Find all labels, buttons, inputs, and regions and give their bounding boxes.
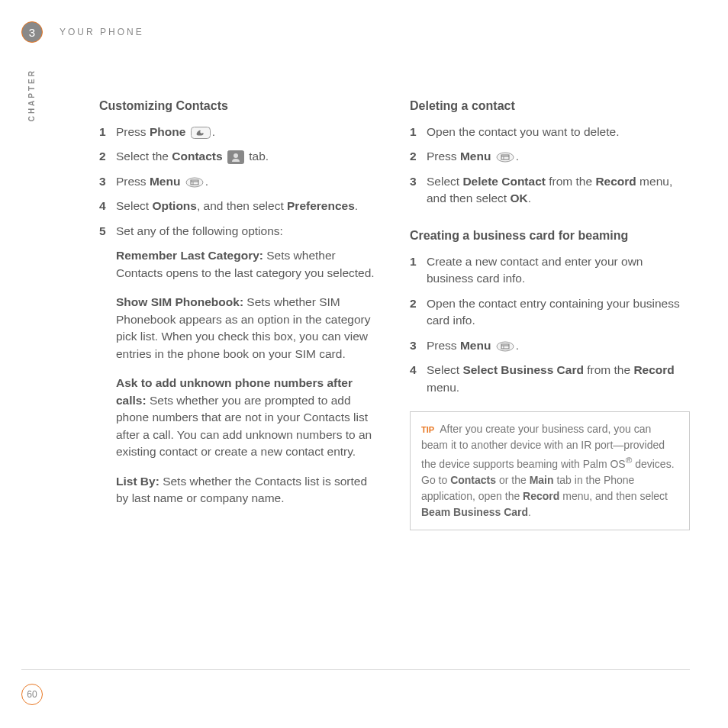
option-remember-last-category: Remember Last Category: Sets whether Con… — [116, 247, 379, 282]
contacts-tab-icon — [227, 150, 244, 164]
svg-rect-0 — [191, 127, 210, 138]
option-ask-unknown-numbers: Ask to add unknown phone numbers after c… — [116, 375, 379, 460]
left-column: Customizing Contacts 1 Press Phone . 2 S… — [99, 99, 379, 530]
text: Select the — [116, 150, 172, 163]
step-number: 3 — [410, 337, 427, 354]
text: . — [212, 125, 215, 138]
bold-text: Record — [633, 363, 674, 376]
text: . — [528, 192, 531, 205]
step-number: 2 — [99, 148, 116, 165]
right-column: Deleting a contact 1 Open the contact yo… — [410, 99, 690, 530]
registered-mark: ® — [626, 455, 633, 465]
header-section-title: YOUR PHONE — [60, 27, 144, 37]
page-footer: 60 — [21, 669, 690, 705]
option-list-by: List By: Sets whether the Contacts list … — [116, 473, 379, 507]
step-text: Press Menu . — [116, 173, 379, 190]
page-number: 60 — [21, 684, 43, 705]
delete-step-3: 3 Select Delete Contact from the Record … — [410, 173, 690, 208]
text: from the — [584, 363, 633, 376]
text — [185, 125, 188, 138]
bold-text: Menu — [460, 339, 491, 352]
step-2: 2 Select the Contacts tab. — [99, 148, 379, 165]
bold-text: Menu — [150, 175, 180, 188]
heading-deleting-contact: Deleting a contact — [410, 99, 690, 113]
chapter-vertical-label: CHAPTER — [27, 69, 36, 121]
step-number: 4 — [99, 198, 116, 214]
option-text: Sets whether you are prompted to add pho… — [116, 394, 372, 458]
page-header: 3 YOUR PHONE — [21, 21, 144, 43]
menu-button-icon — [185, 177, 204, 188]
text: Press — [427, 339, 460, 352]
step-number: 1 — [410, 253, 427, 288]
step-text: Select Options, and then select Preferen… — [116, 198, 379, 214]
text: . — [355, 199, 358, 212]
tip-box: TIP After you create your business card,… — [410, 411, 690, 530]
step-number: 2 — [410, 148, 427, 165]
step-number: 3 — [410, 173, 427, 208]
step-text: Select Delete Contact from the Record me… — [427, 173, 690, 208]
bold-text: Menu — [460, 150, 491, 163]
bold-text: Record — [595, 175, 636, 188]
svg-point-7 — [497, 153, 514, 162]
step-text: Press Menu . — [427, 148, 690, 165]
step-number: 5 — [99, 223, 116, 240]
delete-step-2: 2 Press Menu . — [410, 148, 690, 165]
text: Press — [116, 175, 150, 188]
delete-step-1: 1 Open the contact you want to delete. — [410, 124, 690, 140]
beam-step-2: 2 Open the contact entry containing your… — [410, 295, 690, 330]
step-1: 1 Press Phone . — [99, 124, 379, 140]
menu-button-icon — [496, 341, 514, 352]
heading-customizing-contacts: Customizing Contacts — [99, 99, 379, 113]
option-label: List By: — [116, 475, 159, 488]
tip-text: or the — [496, 474, 530, 486]
step-text: Select Select Business Card from the Rec… — [427, 362, 690, 396]
step-text: Open the contact entry containing your b… — [427, 295, 690, 330]
beam-step-3: 3 Press Menu . — [410, 337, 690, 354]
step-number: 4 — [410, 362, 427, 396]
text: . — [205, 175, 208, 188]
step-number: 3 — [99, 173, 116, 190]
step-number: 1 — [410, 124, 427, 140]
text: menu. — [427, 381, 459, 394]
heading-business-card: Creating a business card for beaming — [410, 229, 690, 243]
text: from the — [546, 175, 595, 188]
bold-text: Phone — [150, 125, 185, 138]
step-text: Create a new contact and enter your own … — [427, 253, 690, 288]
bold-text: Options — [152, 199, 197, 212]
tip-label: TIP — [421, 425, 434, 434]
text: , and then select — [197, 199, 287, 212]
bold-text: Beam Business Card — [421, 506, 528, 518]
option-show-sim-phonebook: Show SIM Phonebook: Sets whether SIM Pho… — [116, 294, 379, 362]
bold-text: Preferences — [287, 199, 355, 212]
bold-text: Record — [523, 490, 559, 502]
text: tab. — [249, 150, 269, 163]
text — [180, 175, 183, 188]
text: . — [516, 339, 519, 352]
text: Press — [427, 150, 460, 163]
beam-step-4: 4 Select Select Business Card from the R… — [410, 362, 690, 396]
text: . — [516, 150, 519, 163]
text: Press — [116, 125, 150, 138]
bold-text: Main — [530, 474, 554, 486]
svg-point-3 — [186, 178, 203, 187]
text: Select — [427, 363, 462, 376]
step-text: Press Menu . — [427, 337, 690, 354]
content-area: Customizing Contacts 1 Press Phone . 2 S… — [99, 99, 690, 530]
option-label: Show SIM Phonebook: — [116, 295, 243, 308]
tip-text: . — [528, 506, 531, 518]
svg-point-2 — [234, 153, 238, 158]
bold-text: Contacts — [172, 150, 222, 163]
step-text: Press Phone . — [116, 124, 379, 140]
tip-text: menu, and then select — [559, 490, 668, 502]
menu-button-icon — [496, 152, 514, 163]
step-text: Select the Contacts tab. — [116, 148, 379, 165]
bold-text: Contacts — [450, 474, 496, 486]
text — [491, 339, 494, 352]
phone-button-icon — [191, 127, 211, 139]
option-label: Remember Last Category: — [116, 249, 263, 262]
bold-text: OK — [510, 192, 527, 205]
step-number: 1 — [99, 124, 116, 140]
text: Select — [116, 199, 152, 212]
step-number: 2 — [410, 295, 427, 330]
step-3: 3 Press Menu . — [99, 173, 379, 190]
